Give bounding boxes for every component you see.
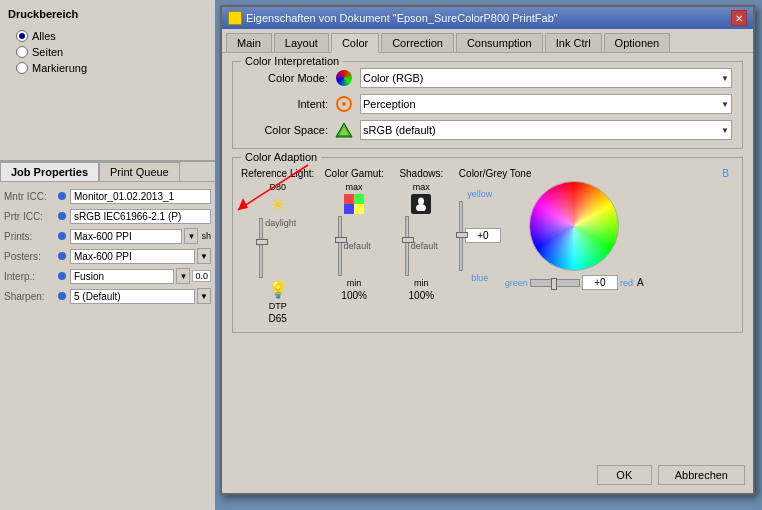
job-row-arrow-2[interactable]: ▼ — [184, 228, 198, 244]
gamut-mid-label: default — [344, 241, 371, 251]
job-row-value-2: Max-600 PPI — [70, 229, 182, 244]
color-mode-label: Color Mode: — [243, 72, 328, 84]
gamut-bottom-val: 100% — [341, 290, 367, 301]
shadows-slider[interactable] — [405, 216, 409, 276]
gamut-bottom-label: min — [347, 278, 362, 288]
job-props-rows: Mntr ICC: Monitor_01.02.2013_1 Prtr ICC:… — [0, 182, 215, 310]
radio-seiten[interactable]: Seiten — [16, 44, 199, 60]
b-axis-value: +0 — [465, 228, 501, 243]
color-gamut-header: Color Gamut: — [324, 168, 383, 179]
b-slider-container: +0 — [459, 201, 501, 271]
a-axis-value: +0 — [582, 275, 618, 290]
color-wheel — [529, 181, 619, 271]
job-row-arrow-5[interactable]: ▼ — [197, 288, 211, 304]
job-row-2: Prints: Max-600 PPI ▼ sh — [0, 226, 215, 246]
gamut-slider[interactable] — [338, 216, 342, 276]
job-row-dot-3 — [58, 252, 66, 260]
druckbereich-box: Druckbereich Alles Seiten Markierung — [0, 0, 215, 160]
color-space-select-wrapper: sRGB (default) — [360, 120, 732, 140]
dialog-footer: OK Abbrechen — [597, 465, 745, 485]
job-props-tabs: Job Properties Print Queue — [0, 162, 215, 182]
color-interpretation-title: Color Interpretation — [241, 55, 343, 67]
ref-light-header: Reference Light: — [241, 168, 314, 179]
color-wheel-container: green +0 red A — [505, 181, 644, 290]
job-row-dot-1 — [58, 212, 66, 220]
color-gamut-content: max default — [338, 182, 371, 301]
intent-select[interactable]: Perception — [360, 94, 732, 114]
job-row-extra-2: sh — [201, 231, 211, 241]
color-space-select[interactable]: sRGB (default) — [360, 120, 732, 140]
druckbereich-label: Druckbereich — [0, 0, 215, 24]
tab-print-queue[interactable]: Print Queue — [99, 162, 180, 181]
color-space-label: Color Space: — [243, 124, 328, 136]
intent-label: Intent: — [243, 98, 328, 110]
tab-consumption[interactable]: Consumption — [456, 33, 543, 52]
ref-light-thumb — [256, 239, 268, 245]
job-row-arrow-3[interactable]: ▼ — [197, 248, 211, 264]
triangle-icon — [335, 122, 353, 138]
dialog-content: Color Interpretation Color Mode: Color (… — [222, 53, 753, 341]
job-row-dot-0 — [58, 192, 66, 200]
job-properties-panel: Job Properties Print Queue Mntr ICC: Mon… — [0, 160, 215, 510]
ref-light-top-val: D80 — [269, 182, 286, 192]
color-grey-tone-col: Color/Grey Tone B yellow +0 — [459, 168, 734, 324]
job-row-arrow-4[interactable]: ▼ — [176, 268, 190, 284]
shadows-top-label: max — [413, 182, 430, 192]
job-row-value-4: Fusion — [70, 269, 174, 284]
dialog-title-left: Eigenschaften von Dokument "Epson_SureCo… — [228, 11, 558, 25]
ref-light-bottom-val: DTP — [269, 301, 287, 311]
job-row-value-0: Monitor_01.02.2013_1 — [70, 189, 211, 204]
job-row-0: Mntr ICC: Monitor_01.02.2013_1 — [0, 186, 215, 206]
ref-light-content: D80 ☀ daylight 💡 D — [259, 182, 296, 324]
dialog-close-button[interactable]: ✕ — [731, 10, 747, 26]
tab-main[interactable]: Main — [226, 33, 272, 52]
color-gamut-icon — [344, 194, 364, 214]
job-row-3: Posters: Max-600 PPI ▼ — [0, 246, 215, 266]
radio-label-markierung: Markierung — [32, 62, 87, 74]
yellow-label: yellow — [467, 189, 492, 199]
shadows-header: Shadows: — [399, 168, 443, 179]
svg-rect-3 — [344, 194, 354, 204]
tab-color[interactable]: Color — [331, 33, 379, 53]
radio-alles[interactable]: Alles — [16, 28, 199, 44]
tab-job-properties[interactable]: Job Properties — [0, 162, 99, 181]
tab-ink-ctrl[interactable]: Ink Ctrl — [545, 33, 602, 52]
radio-markierung[interactable]: Markierung — [16, 60, 199, 76]
job-row-5: Sharpen: 5 (Default) ▼ — [0, 286, 215, 306]
job-row-label-4: Interp.: — [4, 271, 56, 282]
svg-point-7 — [418, 198, 424, 205]
shadows-bottom-val: 100% — [409, 290, 435, 301]
color-adaption-title: Color Adaption — [241, 151, 321, 163]
tab-optionen[interactable]: Optionen — [604, 33, 671, 52]
tab-correction[interactable]: Correction — [381, 33, 454, 52]
ref-light-d65-val: D65 — [269, 313, 287, 324]
main-dialog: Eigenschaften von Dokument "Epson_SureCo… — [220, 5, 755, 495]
job-row-dot-2 — [58, 232, 66, 240]
ref-light-col: Reference Light: D80 ☀ daylight — [241, 168, 314, 324]
intent-row: Intent: Perception — [243, 94, 732, 114]
sun-icon: ☀ — [270, 194, 286, 216]
svg-point-8 — [416, 204, 426, 211]
dialog-tabs: Main Layout Color Correction Consumption… — [222, 29, 753, 53]
axis-b-label: B — [722, 168, 729, 179]
svg-rect-6 — [354, 204, 364, 214]
color-mode-row: Color Mode: Color (RGB) — [243, 68, 732, 88]
a-axis-thumb — [551, 278, 557, 290]
shadows-bottom-label: min — [414, 278, 429, 288]
color-adaption-section: Color Adaption Reference Light: D80 ☀ — [232, 157, 743, 333]
red-label: red — [620, 278, 633, 288]
dialog-titlebar: Eigenschaften von Dokument "Epson_SureCo… — [222, 7, 753, 29]
color-mode-select[interactable]: Color (RGB) — [360, 68, 732, 88]
grey-tone-header-row: Color/Grey Tone B — [459, 168, 734, 179]
b-axis-slider[interactable] — [459, 201, 463, 271]
radio-dot-markierung — [16, 62, 28, 74]
cancel-button[interactable]: Abbrechen — [658, 465, 745, 485]
grey-tone-content: yellow +0 blue — [459, 181, 734, 290]
person-silhouette-icon — [414, 197, 428, 211]
a-axis-slider[interactable] — [530, 279, 580, 287]
job-row-value-1: sRGB IEC61966-2.1 (P) — [70, 209, 211, 224]
job-extra-num-4: 0.0 — [192, 270, 211, 282]
ok-button[interactable]: OK — [597, 465, 652, 485]
ref-light-slider[interactable] — [259, 218, 263, 278]
tab-layout[interactable]: Layout — [274, 33, 329, 52]
